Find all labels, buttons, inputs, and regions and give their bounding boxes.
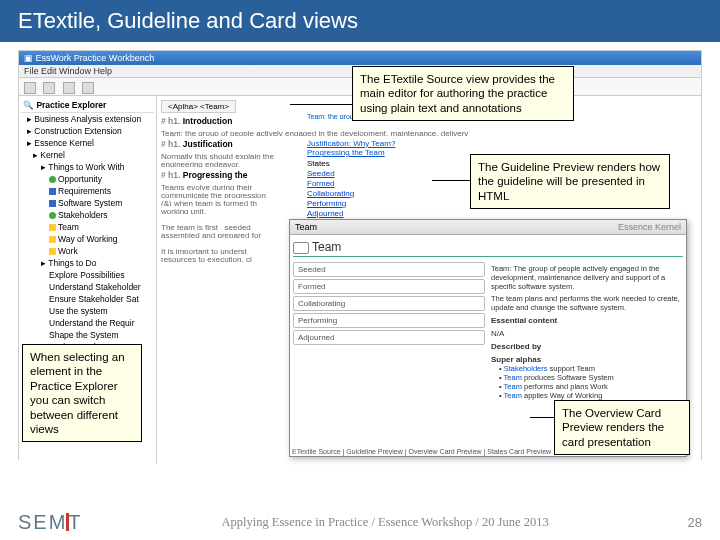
footer-text: Applying Essence in Practice / Essence W… [83,515,688,530]
semat-logo: SEMT [18,511,83,534]
toolbar-icon[interactable] [43,82,55,94]
state-link[interactable]: Seeded [307,169,417,178]
card-desc: Team: The group of people actively engag… [491,264,683,291]
alpha-icon [49,200,56,207]
card-state-row[interactable]: Seeded [293,262,485,277]
card-bullet: • Team applies Way of Working [491,391,683,400]
window-title-text: EssWork Practice Workbench [36,53,155,63]
alpha-icon [49,224,56,231]
tree-item[interactable]: Understand Stakeholder [21,281,154,293]
editor-tab[interactable]: <Aplha> <Team> [161,100,236,113]
tree-item[interactable]: Explore Possibilities [21,269,154,281]
slide-title: ETextile, Guideline and Card views [0,0,720,42]
card-title: Team [293,238,683,257]
tree-item[interactable]: Way of Working [21,233,154,245]
card-state-row[interactable]: Adjourned [293,330,485,345]
toolbar-icon[interactable] [82,82,94,94]
tree-item[interactable]: ▸ Things to Work With [21,161,154,173]
tree-item[interactable]: Work [21,245,154,257]
callout-card: The Overview Card Preview renders the ca… [554,400,690,455]
tree-item[interactable]: Team [21,221,154,233]
callout-guideline: The Guideline Preview renders how the gu… [470,154,670,209]
tree-item[interactable]: ▸ Construction Extension [21,125,154,137]
tree-item[interactable]: Ensure Stakeholder Sat [21,293,154,305]
toolbar-icon[interactable] [63,82,75,94]
state-link[interactable]: Adjourned [307,209,417,218]
tree-item[interactable]: ▸ Business Analysis extension [21,113,154,125]
tree-item[interactable]: Use the system [21,305,154,317]
explorer-title: 🔍 Practice Explorer [21,98,154,113]
tree-item[interactable]: ▸ Things to Do [21,257,154,269]
tree-item[interactable]: Stakeholders [21,209,154,221]
alpha-icon [49,188,56,195]
alpha-icon [49,236,56,243]
card-bullet: • Stakeholders support Team [491,364,683,373]
state-link[interactable]: Collaborating [307,189,417,198]
card-bullet: • Team performs and plans Work [491,382,683,391]
callout-etextile: The ETextile Source view provides the ma… [352,66,574,121]
slide-footer: SEMT Applying Essence in Practice / Esse… [0,511,720,534]
alpha-icon [49,212,56,219]
logo-bar-icon [66,513,69,531]
tree-item[interactable]: Software System [21,197,154,209]
card-plan: The team plans and performs the work nee… [491,294,683,312]
toolbar-icon[interactable] [24,82,36,94]
preview-tabs[interactable]: ETextile Source | Guideline Preview | Ov… [292,448,551,455]
tree-item[interactable]: Shape the System [21,329,154,341]
editor-text: Team: the group of people actively engag… [161,129,697,136]
tree-item[interactable]: Requirements [21,185,154,197]
alpha-icon [49,248,56,255]
state-link[interactable]: Formed [307,179,417,188]
state-link[interactable]: Performing [307,199,417,208]
tree-item[interactable]: Opportunity [21,173,154,185]
page-number: 28 [688,515,702,530]
card-state-row[interactable]: Formed [293,279,485,294]
tree-item[interactable]: Understand the Requir [21,317,154,329]
tree-item[interactable]: ▸ Essence Kernel [21,137,154,149]
team-icon [293,242,309,254]
preview-tab[interactable]: Team Essence Kernel [290,220,686,235]
callout-explorer: When selecting an element in the Practic… [22,344,142,442]
card-state-row[interactable]: Collaborating [293,296,485,311]
card-state-row[interactable]: Performing [293,313,485,328]
tree-item[interactable]: ▸ Kernel [21,149,154,161]
slide-content: ▣ EssWork Practice Workbench File Edit W… [0,42,720,482]
window-title: ▣ EssWork Practice Workbench [19,51,701,65]
alpha-icon [49,176,56,183]
card-bullet: • Team produces Software System [491,373,683,382]
